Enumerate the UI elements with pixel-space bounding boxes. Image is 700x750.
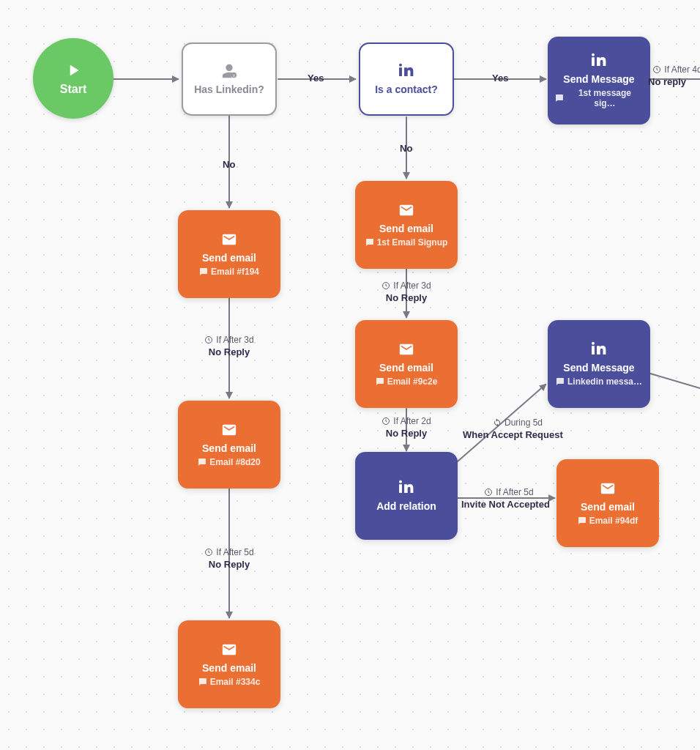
node-subtext: 1st message sig… (555, 88, 643, 108)
linkedin-icon (589, 341, 608, 357)
node-subtext: Email #94df (578, 516, 638, 526)
start-label: Start (60, 83, 86, 96)
action-send-email-4[interactable]: Send email 1st Email Signup (355, 181, 458, 269)
start-node[interactable]: Start (33, 38, 113, 119)
person-info-icon: i (220, 63, 239, 79)
action-send-email-5[interactable]: Send email Email #9c2e (355, 320, 458, 408)
node-title: Send email (202, 252, 256, 264)
edge-label-after4: If After 4d No reply (648, 64, 700, 87)
action-send-email-6[interactable]: Send email Email #94df (556, 459, 659, 547)
edge-label-after5a: If After 5d No Reply (189, 547, 269, 570)
node-title: Send email (581, 501, 635, 513)
action-send-message-2[interactable]: Send Message Linkedin messa… (548, 320, 650, 408)
node-title: Send email (202, 442, 256, 454)
edge-label-after2: If After 2d No Reply (366, 416, 447, 439)
svg-line-12 (650, 374, 700, 388)
mail-icon (219, 642, 239, 658)
action-send-message-1[interactable]: Send Message 1st message sig… (548, 37, 650, 125)
node-subtext: Email #9c2e (376, 376, 438, 387)
linkedin-icon (589, 53, 608, 69)
node-title: Send Message (563, 362, 634, 374)
edge-label-yes2: Yes (492, 73, 508, 83)
mail-icon (396, 202, 417, 218)
node-title: Is a contact? (375, 83, 438, 95)
linkedin-icon (397, 480, 416, 496)
node-title: Has Linkedin? (194, 83, 264, 95)
node-title: Send Message (563, 73, 634, 85)
edge-label-after3b: If After 3d No Reply (366, 281, 447, 303)
mail-icon (396, 341, 417, 357)
action-send-email-1[interactable]: Send email Email #f194 (178, 210, 280, 298)
action-add-relation[interactable]: Add relation (355, 452, 458, 540)
node-subtext: Linkedin messa… (556, 376, 642, 387)
mail-icon (219, 231, 239, 248)
node-subtext: 1st Email Signup (365, 237, 448, 248)
linkedin-icon (397, 63, 416, 79)
mail-icon (597, 480, 618, 497)
mail-icon (219, 422, 239, 438)
edge-label-after3a: If After 3d No Reply (189, 335, 269, 357)
action-send-email-3[interactable]: Send email Email #334c (178, 620, 280, 708)
decision-is-contact[interactable]: Is a contact? (359, 42, 454, 116)
edge-label-yes1: Yes (308, 73, 324, 83)
node-title: Add relation (376, 500, 436, 512)
edge-label-during5: During 5d When Accept Request (463, 417, 573, 440)
play-icon (64, 61, 83, 80)
node-subtext: Email #f194 (199, 267, 259, 277)
action-send-email-2[interactable]: Send email Email #8d20 (178, 401, 280, 489)
node-title: Send email (379, 362, 433, 374)
edge-label-after5b: If After 5d Invite Not Accepted (461, 487, 556, 510)
edge-label-no1: No (223, 159, 235, 170)
node-title: Send email (379, 223, 433, 234)
edge-label-no2: No (400, 143, 412, 154)
node-subtext: Email #8d20 (198, 457, 260, 467)
decision-has-linkedin[interactable]: i Has Linkedin? (182, 42, 277, 116)
node-title: Send email (202, 662, 256, 674)
node-subtext: Email #334c (198, 677, 261, 687)
